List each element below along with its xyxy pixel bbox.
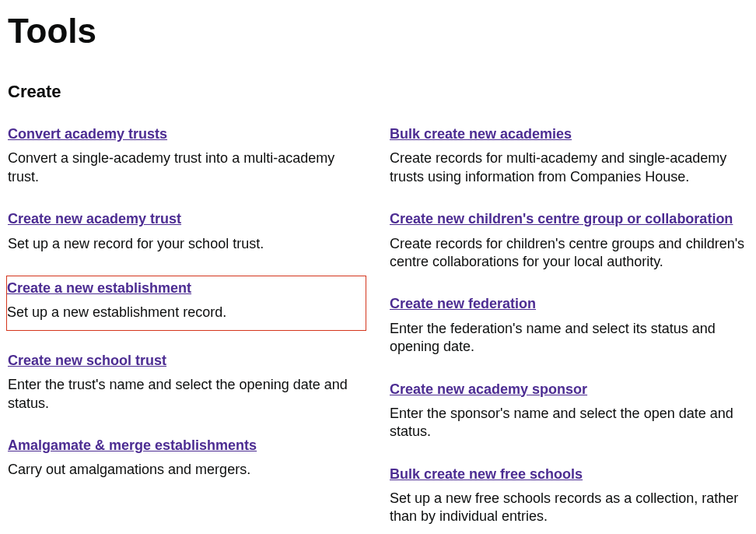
- tool-link[interactable]: Bulk create new academies: [390, 125, 572, 143]
- tool-link[interactable]: Create new academy sponsor: [390, 381, 587, 399]
- tools-columns: Convert academy trustsConvert a single-a…: [8, 124, 748, 534]
- tool-item: Create new school trustEnter the trust's…: [8, 350, 366, 416]
- tool-item: Create new academy sponsorEnter the spon…: [390, 379, 748, 444]
- tool-link[interactable]: Create new school trust: [8, 352, 166, 370]
- section-heading: Create: [8, 82, 748, 102]
- tool-item: Bulk create new academiesCreate records …: [390, 124, 748, 189]
- tool-item: Create new academy trustSet up a new rec…: [8, 209, 366, 256]
- tool-item: Convert academy trustsConvert a single-a…: [8, 124, 366, 189]
- tool-description: Convert a single-academy trust into a mu…: [8, 149, 366, 186]
- tool-link[interactable]: Create new children's centre group or co…: [390, 210, 733, 228]
- tool-description: Set up a new free schools records as a c…: [390, 490, 748, 526]
- tool-description: Enter the federation's name and select i…: [390, 320, 748, 357]
- tool-link[interactable]: Create new federation: [390, 295, 536, 313]
- tool-link[interactable]: Create a new establishment: [7, 279, 191, 297]
- tool-link[interactable]: Amalgamate & merge establishments: [8, 437, 257, 455]
- tool-item: Amalgamate & merge establishmentsCarry o…: [8, 435, 366, 483]
- tool-link[interactable]: Create new academy trust: [8, 210, 181, 228]
- tool-link[interactable]: Convert academy trusts: [8, 125, 167, 143]
- tool-item: Bulk create new free schoolsSet up a new…: [390, 464, 748, 529]
- left-column: Convert academy trustsConvert a single-a…: [8, 124, 366, 534]
- right-column: Bulk create new academiesCreate records …: [390, 124, 748, 534]
- tool-description: Enter the sponsor's name and select the …: [390, 405, 748, 441]
- tool-link[interactable]: Bulk create new free schools: [390, 465, 583, 483]
- tool-item: Create a new establishmentSet up a new e…: [6, 276, 366, 331]
- page-title: Tools: [8, 12, 748, 51]
- tool-description: Set up a new establishment record.: [7, 304, 361, 321]
- tool-item: Create new federationEnter the federatio…: [390, 293, 748, 359]
- tool-description: Set up a new record for your school trus…: [8, 235, 366, 253]
- tool-description: Create records for multi-academy and sin…: [390, 149, 748, 186]
- tool-description: Enter the trust's name and select the op…: [8, 376, 366, 413]
- tool-item: Create new children's centre group or co…: [390, 209, 748, 274]
- tool-description: Create records for children's centre gro…: [390, 235, 748, 272]
- tool-description: Carry out amalgamations and mergers.: [8, 461, 366, 479]
